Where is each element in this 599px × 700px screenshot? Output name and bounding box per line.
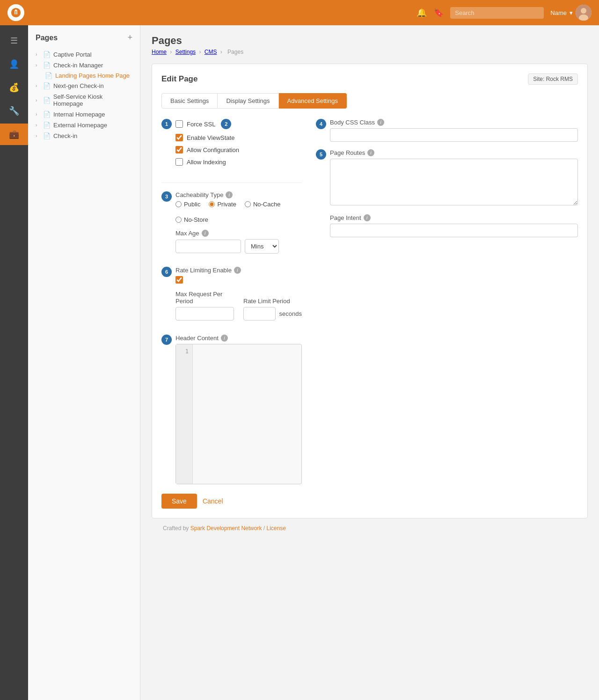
page-icon: 📄 (43, 132, 51, 139)
sidebar-item-admin[interactable]: 💼 (0, 124, 28, 145)
page-icon: 📄 (43, 111, 51, 118)
page-intent-label: Page Intent i (330, 214, 578, 221)
rate-limit-info-icon[interactable]: i (234, 267, 241, 274)
sidebar-item-menu[interactable]: ☰ (0, 30, 28, 51)
cache-nostore-radio[interactable] (175, 217, 182, 223)
chevron-right-icon: › (36, 133, 40, 139)
cancel-button[interactable]: Cancel (203, 497, 223, 505)
breadcrumb-settings[interactable]: Settings (175, 49, 196, 55)
max-age-unit-select[interactable]: Mins Secs Hours Days (245, 239, 279, 254)
step7-badge: 7 (161, 335, 172, 345)
tab-display-settings[interactable]: Display Settings (218, 93, 278, 109)
step6-row: 6 Rate Limiting Enable i (161, 267, 302, 328)
step4-row: 4 Body CSS Class i (316, 119, 578, 142)
tree-label: Internal Homepage (53, 111, 105, 118)
tree-item-checkin-manager[interactable]: › 📄 Check-in Manager (36, 60, 132, 71)
tree-item-nextgen-checkin[interactable]: › 📄 Next-gen Check-in (36, 80, 132, 91)
user-menu[interactable]: Name ▾ (550, 5, 592, 21)
allow-configuration-checkbox[interactable] (175, 146, 183, 153)
person-icon: 👤 (9, 59, 19, 69)
tree-label: Check-in Manager (53, 62, 103, 69)
add-page-button[interactable]: + (127, 33, 132, 43)
sidebar-item-settings[interactable]: 🔧 (0, 100, 28, 122)
user-dropdown-icon: ▾ (570, 9, 573, 16)
pages-sidebar: Pages + › 📄 Captive Portal › 📄 Check-in … (28, 25, 140, 700)
app-logo[interactable] (7, 4, 24, 21)
footer-spark-link[interactable]: Spark Development Network (190, 525, 262, 532)
header-content-editor[interactable]: 1 (175, 344, 302, 484)
action-buttons: Save Cancel (161, 494, 302, 509)
chevron-right-icon: › (36, 98, 40, 103)
body-css-info-icon[interactable]: i (377, 119, 384, 126)
tree-label: External Homepage (53, 122, 107, 129)
force-ssl-checkbox[interactable] (175, 120, 183, 128)
tab-advanced-settings[interactable]: Advanced Settings (279, 93, 347, 109)
max-age-info-icon[interactable]: i (202, 230, 209, 237)
header-content-info-icon[interactable]: i (221, 335, 228, 342)
max-request-input[interactable] (175, 307, 234, 321)
bell-icon[interactable]: 🔔 (416, 7, 427, 18)
cacheability-info-icon[interactable]: i (226, 191, 233, 198)
tree-item-internal-homepage[interactable]: › 📄 Internal Homepage (36, 109, 132, 120)
allow-indexing-checkbox[interactable] (175, 158, 183, 166)
seconds-label: seconds (279, 310, 302, 317)
line-numbers: 1 (176, 344, 193, 484)
pages-sidebar-title: Pages (36, 34, 58, 42)
cache-nocache-radio[interactable] (245, 201, 251, 207)
page-routes-info-icon[interactable]: i (367, 149, 374, 156)
user-name-label: Name (550, 9, 567, 16)
sidebar-item-person[interactable]: 👤 (0, 53, 28, 75)
page-icon: 📄 (43, 82, 51, 89)
tree-item-checkin[interactable]: › 📄 Check-in (36, 131, 132, 141)
page-intent-info-icon[interactable]: i (364, 214, 371, 221)
finance-icon: 💰 (9, 82, 19, 93)
rate-limit-period-label: Rate Limit Period (243, 298, 302, 305)
cache-public-radio[interactable] (175, 201, 182, 207)
force-ssl-label: Force SSL (187, 121, 215, 128)
enable-viewstate-checkbox[interactable] (175, 134, 183, 141)
page-icon: 📄 (45, 72, 52, 79)
save-button[interactable]: Save (161, 494, 197, 509)
tree-item-landing-pages[interactable]: 📄 Landing Pages Home Page (45, 71, 132, 80)
tree-item-captive-portal[interactable]: › 📄 Captive Portal (36, 49, 132, 60)
tree-item-external-homepage[interactable]: › 📄 External Homepage (36, 120, 132, 131)
cacheability-radio-group: Public Private No-Cache (175, 201, 302, 223)
code-content[interactable] (193, 344, 301, 484)
footer-crafted-text: Crafted by (163, 525, 190, 532)
sidebar-item-finance[interactable]: 💰 (0, 77, 28, 98)
step7-row: 7 Header Content i 1 (161, 335, 302, 484)
allow-indexing-label: Allow Indexing (187, 159, 226, 166)
page-header: Pages Home › Settings › CMS › Pages (152, 35, 588, 55)
page-intent-input[interactable] (330, 224, 578, 237)
max-age-input[interactable] (175, 240, 241, 253)
breadcrumb-home[interactable]: Home (152, 49, 167, 55)
wrench-icon: 🔧 (9, 106, 19, 116)
radio-no-store: No-Store (175, 216, 208, 223)
breadcrumb: Home › Settings › CMS › Pages (152, 49, 588, 55)
chevron-right-icon: › (36, 123, 40, 128)
tree-item-selfservice-kiosk[interactable]: › 📄 Self-Service Kiosk Homepage (36, 91, 132, 109)
footer-license-link[interactable]: License (266, 525, 285, 532)
body-css-class-input[interactable] (330, 128, 578, 142)
bookmark-icon[interactable]: 🔖 (433, 7, 444, 18)
step5-badge: 5 (316, 149, 326, 160)
max-request-field: Max Request Per Period (175, 291, 234, 321)
search-input[interactable] (450, 7, 544, 19)
rate-limit-period-field: Rate Limit Period seconds (243, 298, 302, 321)
step5-row: 5 Page Routes i (316, 149, 578, 207)
tab-basic-settings[interactable]: Basic Settings (161, 93, 218, 109)
footer: Crafted by Spark Development Network / L… (152, 518, 588, 538)
page-routes-textarea[interactable] (330, 159, 578, 205)
page-icon: 📄 (43, 122, 51, 129)
cache-private-radio[interactable] (209, 201, 215, 207)
rate-limit-period-input[interactable] (243, 307, 276, 321)
step1-badge: 1 (161, 119, 172, 129)
breadcrumb-cms[interactable]: CMS (205, 49, 217, 55)
avatar (576, 5, 592, 21)
cache-nostore-label: No-Store (184, 216, 208, 223)
step1-row: 1 Force SSL 2 Enable ViewSt (161, 119, 302, 174)
tabs-container: Basic Settings Display Settings Advanced… (161, 93, 578, 109)
tree-label: Self-Service Kiosk Homepage (53, 93, 132, 107)
chevron-down-icon: › (36, 63, 40, 68)
rate-limit-checkbox[interactable] (175, 276, 183, 284)
